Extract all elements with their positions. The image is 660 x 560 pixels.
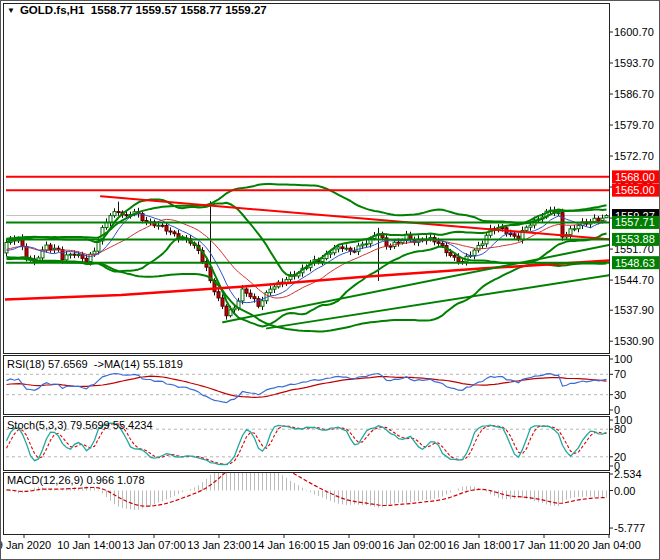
- time-axis: 9 Jan 202010 Jan 14:0013 Jan 07:0013 Jan…: [1, 534, 641, 551]
- chart-canvas: 1600.701593.701586.701579.701572.701565.…: [1, 1, 660, 560]
- candle-body: [77, 255, 80, 256]
- trading-terminal-window: 1600.701593.701586.701579.701572.701565.…: [0, 0, 660, 560]
- candle-body: [577, 226, 580, 229]
- candle-body: [245, 289, 248, 293]
- candle-body: [329, 253, 332, 254]
- price-badge-text: 1565.00: [615, 184, 655, 196]
- candle-body: [345, 248, 348, 249]
- candle-body: [49, 245, 52, 249]
- time-axis-label: 15 Jan 09:00: [317, 539, 381, 551]
- candle-body: [221, 298, 224, 306]
- candle-body: [605, 216, 608, 218]
- price-axis-label: 1572.70: [614, 150, 654, 162]
- time-axis-label: 16 Jan 18:00: [447, 539, 511, 551]
- main-chart-panel: [4, 4, 610, 354]
- macd-axis-label: 0.00: [614, 485, 635, 497]
- time-axis-label: 20 Jan 04:00: [577, 539, 641, 551]
- candle-body: [173, 232, 176, 234]
- candle-body: [241, 289, 244, 301]
- rsi-ma-line: [7, 376, 607, 397]
- candle-body: [365, 244, 368, 245]
- candle-body: [473, 250, 476, 255]
- candle-body: [225, 306, 228, 316]
- candle-body: [5, 242, 8, 252]
- price-axis-label: 1530.90: [614, 335, 654, 347]
- candle-body: [513, 234, 516, 236]
- rsi-panel: [4, 356, 610, 415]
- rsi-axis-label: 70: [614, 368, 626, 380]
- rsi-line: [7, 374, 607, 403]
- candle-body: [113, 212, 116, 216]
- macd-panel-content: [7, 453, 607, 510]
- candle-body: [353, 251, 356, 252]
- candle-body: [45, 245, 48, 250]
- candle-body: [509, 234, 512, 235]
- price-badge[interactable]: 1548.63: [612, 256, 660, 269]
- candle-body: [109, 216, 112, 223]
- candle-body: [601, 218, 604, 220]
- candle-body: [569, 229, 572, 235]
- candle-body: [477, 245, 480, 250]
- stoch-panel: [4, 417, 610, 471]
- stoch-axis-label: 80: [614, 423, 626, 435]
- candle-body: [597, 218, 600, 220]
- candle-body: [53, 248, 56, 249]
- candle-body: [165, 226, 168, 232]
- candle-body: [217, 292, 220, 298]
- macd-axis-label: -5.777: [614, 522, 645, 534]
- candle-body: [61, 250, 64, 260]
- ascending-support-trendline-2[interactable]: [267, 275, 609, 328]
- main-chart-content: [5, 177, 609, 332]
- price-badge-text: 1568.00: [615, 171, 655, 183]
- candle-body: [437, 242, 440, 243]
- price-badge[interactable]: 1557.71: [612, 216, 660, 229]
- price-badge-text: 1557.71: [615, 216, 655, 228]
- candle-body: [557, 213, 560, 214]
- candle-body: [249, 293, 252, 297]
- candle-body: [169, 231, 172, 232]
- candle-body: [397, 242, 400, 243]
- candle-body: [161, 225, 164, 226]
- stoch-panel-content: [6, 423, 608, 465]
- time-axis-label: 9 Jan 2020: [1, 539, 51, 551]
- candle-body: [25, 247, 28, 259]
- candle-body: [361, 244, 364, 246]
- candle-body: [525, 227, 528, 230]
- candle-body: [269, 289, 272, 293]
- candle-body: [441, 243, 444, 245]
- candle-body: [125, 215, 128, 216]
- time-axis-label: 17 Jan 11:00: [513, 539, 576, 551]
- price-axis-label: 1537.90: [614, 304, 654, 316]
- price-badge[interactable]: 1553.88: [612, 233, 660, 246]
- rsi-panel-content: [6, 374, 608, 403]
- candle-body: [529, 225, 532, 227]
- candle-body: [453, 255, 456, 257]
- candle-body: [85, 258, 88, 261]
- price-axis-label: 1593.70: [614, 57, 654, 69]
- price-axis-label: 1579.70: [614, 119, 654, 131]
- time-axis-label: 13 Jan 23:00: [187, 539, 251, 551]
- time-axis-label: 13 Jan 07:00: [122, 539, 186, 551]
- candles: [5, 201, 608, 319]
- candle-body: [233, 308, 236, 310]
- price-axis-label: 1544.70: [614, 274, 654, 286]
- candle-body: [449, 253, 452, 256]
- macd-signal-line: [7, 460, 607, 506]
- candle-body: [321, 259, 324, 262]
- rsi-axis-label: 100: [614, 353, 632, 365]
- candle-body: [69, 254, 72, 255]
- price-axis-label: 1600.70: [614, 26, 654, 38]
- candle-body: [117, 212, 120, 213]
- candle-body: [389, 246, 392, 247]
- time-axis-label: 14 Jan 16:00: [252, 539, 316, 551]
- price-badge[interactable]: 1565.00: [612, 184, 660, 197]
- price-axis: 1600.701593.701586.701579.701572.701565.…: [609, 26, 660, 534]
- price-badge[interactable]: 1568.00: [612, 170, 660, 183]
- candle-body: [341, 247, 344, 248]
- macd-panel: [4, 473, 610, 535]
- time-axis-label: 10 Jan 14:00: [57, 539, 121, 551]
- macd-axis-label: 2.534: [614, 468, 642, 480]
- candle-body: [73, 254, 76, 255]
- candle-body: [253, 297, 256, 299]
- candle-body: [337, 247, 340, 249]
